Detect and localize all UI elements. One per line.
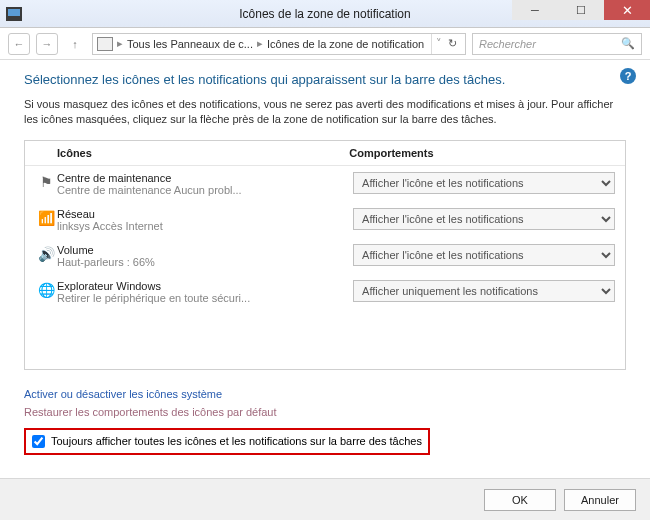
title-bar: Icônes de la zone de notification ─ ☐ ✕ — [0, 0, 650, 28]
row-text: Explorateur WindowsRetirer le périphériq… — [57, 280, 353, 304]
search-icon: 🔍 — [621, 37, 635, 50]
window-controls: ─ ☐ ✕ — [512, 0, 650, 20]
always-show-label: Toujours afficher toutes les icônes et l… — [51, 435, 422, 447]
button-bar: OK Annuler — [0, 478, 650, 520]
table-row: ⚑Centre de maintenanceCentre de maintena… — [25, 166, 625, 202]
maximize-button[interactable]: ☐ — [558, 0, 604, 20]
row-subtitle: linksys Accès Internet — [57, 220, 257, 232]
column-behaviors: Comportements — [349, 147, 615, 159]
always-show-checkbox[interactable] — [32, 435, 45, 448]
row-icon: ⚑ — [35, 172, 57, 190]
help-icon[interactable]: ? — [620, 68, 636, 84]
row-behavior: Afficher l'icône et les notifications — [353, 208, 615, 230]
up-button[interactable]: ↑ — [64, 33, 86, 55]
row-behavior: Afficher l'icône et les notifications — [353, 244, 615, 266]
nav-bar: ← → ↑ ▸ Tous les Panneaux de c... ▸ Icôn… — [0, 28, 650, 60]
search-placeholder: Rechercher — [479, 38, 536, 50]
chevron-down-icon: ˅ — [436, 37, 442, 50]
search-input[interactable]: Rechercher 🔍 — [472, 33, 642, 55]
row-text: VolumeHaut-parleurs : 66% — [57, 244, 353, 268]
row-icon: 🌐 — [35, 280, 57, 298]
table-header: Icônes Comportements — [25, 141, 625, 166]
row-subtitle: Centre de maintenance Aucun probl... — [57, 184, 257, 196]
chevron-icon: ▸ — [117, 37, 123, 50]
breadcrumb-current[interactable]: Icônes de la zone de notification — [267, 38, 424, 50]
row-name: Réseau — [57, 208, 345, 220]
row-behavior: Afficher uniquement les notifications — [353, 280, 615, 302]
behavior-select[interactable]: Afficher l'icône et les notifications — [353, 172, 615, 194]
row-text: Réseaulinksys Accès Internet — [57, 208, 353, 232]
folder-icon — [97, 37, 113, 51]
behavior-select[interactable]: Afficher uniquement les notifications — [353, 280, 615, 302]
address-bar[interactable]: ▸ Tous les Panneaux de c... ▸ Icônes de … — [92, 33, 466, 55]
refresh-icon: ↻ — [448, 37, 457, 50]
content-area: ? Sélectionnez les icônes et les notific… — [0, 60, 650, 455]
column-icons: Icônes — [57, 147, 349, 159]
minimize-button[interactable]: ─ — [512, 0, 558, 20]
links-section: Activer ou désactiver les icônes système… — [24, 388, 626, 455]
chevron-icon: ▸ — [257, 37, 263, 50]
row-name: Centre de maintenance — [57, 172, 345, 184]
row-subtitle: Retirer le périphérique en toute sécuri.… — [57, 292, 257, 304]
behavior-select[interactable]: Afficher l'icône et les notifications — [353, 244, 615, 266]
page-description: Si vous masquez des icônes et des notifi… — [24, 97, 626, 128]
refresh-button[interactable]: ˅ ↻ — [431, 34, 461, 54]
forward-button[interactable]: → — [36, 33, 58, 55]
ok-button[interactable]: OK — [484, 489, 556, 511]
row-behavior: Afficher l'icône et les notifications — [353, 172, 615, 194]
restore-defaults-link[interactable]: Restaurer les comportements des icônes p… — [24, 406, 626, 418]
table-row: 📶Réseaulinksys Accès InternetAfficher l'… — [25, 202, 625, 238]
breadcrumb-root[interactable]: Tous les Panneaux de c... — [127, 38, 253, 50]
row-icon: 📶 — [35, 208, 57, 226]
back-button[interactable]: ← — [8, 33, 30, 55]
cancel-button[interactable]: Annuler — [564, 489, 636, 511]
table-row: 🌐Explorateur WindowsRetirer le périphéri… — [25, 274, 625, 310]
close-button[interactable]: ✕ — [604, 0, 650, 20]
row-subtitle: Haut-parleurs : 66% — [57, 256, 257, 268]
system-icons-link[interactable]: Activer ou désactiver les icônes système — [24, 388, 626, 400]
icons-table: Icônes Comportements ⚑Centre de maintena… — [24, 140, 626, 370]
table-row: 🔊VolumeHaut-parleurs : 66%Afficher l'icô… — [25, 238, 625, 274]
page-heading: Sélectionnez les icônes et les notificat… — [24, 72, 626, 87]
row-name: Explorateur Windows — [57, 280, 345, 292]
row-name: Volume — [57, 244, 345, 256]
behavior-select[interactable]: Afficher l'icône et les notifications — [353, 208, 615, 230]
row-text: Centre de maintenanceCentre de maintenan… — [57, 172, 353, 196]
always-show-checkbox-row[interactable]: Toujours afficher toutes les icônes et l… — [24, 428, 430, 455]
row-icon: 🔊 — [35, 244, 57, 262]
